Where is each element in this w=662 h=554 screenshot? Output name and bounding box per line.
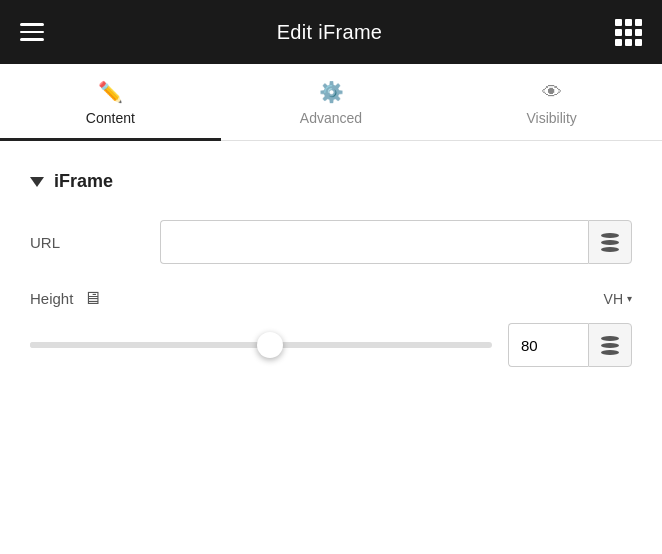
section-title: iFrame xyxy=(54,171,113,192)
height-label: Height 🖥 xyxy=(30,288,101,309)
height-number-input[interactable] xyxy=(508,323,588,367)
apps-grid-icon[interactable] xyxy=(615,19,642,46)
url-row: URL xyxy=(30,220,632,264)
height-number-group xyxy=(508,323,632,367)
height-database-icon xyxy=(601,336,619,355)
url-db-button[interactable] xyxy=(588,220,632,264)
vh-unit-label: VH xyxy=(604,291,623,307)
hamburger-menu-icon[interactable] xyxy=(20,23,44,41)
database-icon xyxy=(601,233,619,252)
content-tab-icon: ✏️ xyxy=(98,82,123,102)
height-slider-container xyxy=(30,323,492,367)
url-control xyxy=(160,220,632,264)
tab-advanced[interactable]: ⚙️ Advanced xyxy=(221,64,442,140)
advanced-tab-icon: ⚙️ xyxy=(319,82,344,102)
chevron-down-icon: ▾ xyxy=(627,293,632,304)
advanced-tab-label: Advanced xyxy=(300,110,362,126)
tabs-bar: ✏️ Content ⚙️ Advanced 👁 Visibility xyxy=(0,64,662,141)
content-tab-label: Content xyxy=(86,110,135,126)
header: Edit iFrame xyxy=(0,0,662,64)
height-row: Height 🖥 VH ▾ xyxy=(30,288,632,309)
monitor-icon: 🖥 xyxy=(83,288,101,309)
visibility-tab-label: Visibility xyxy=(527,110,577,126)
slider-row xyxy=(30,323,632,367)
url-input[interactable] xyxy=(160,220,588,264)
page-title: Edit iFrame xyxy=(277,21,383,44)
tab-visibility[interactable]: 👁 Visibility xyxy=(441,64,662,140)
url-label: URL xyxy=(30,234,160,251)
main-content: iFrame URL Height 🖥 VH ▾ xyxy=(0,141,662,387)
section-header: iFrame xyxy=(30,171,632,192)
collapse-triangle-icon[interactable] xyxy=(30,177,44,187)
vh-unit-selector[interactable]: VH ▾ xyxy=(604,291,632,307)
height-db-button[interactable] xyxy=(588,323,632,367)
slider-track xyxy=(30,342,492,348)
tab-content[interactable]: ✏️ Content xyxy=(0,64,221,140)
visibility-tab-icon: 👁 xyxy=(542,82,562,102)
